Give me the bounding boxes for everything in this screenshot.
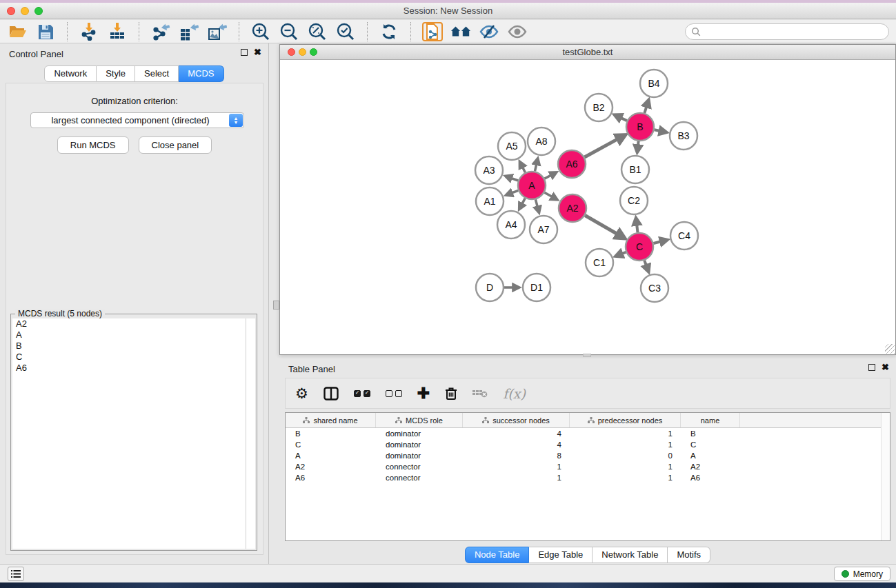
tab-node-table[interactable]: Node Table [465, 547, 530, 563]
tab-select[interactable]: Select [135, 65, 179, 82]
network-canvas[interactable]: AA1A2A3A4A5A6A7A8BB1B2B3B4CC1C2C3C4DD1 [280, 60, 895, 354]
import-table-icon[interactable] [107, 22, 128, 41]
graph-edge-A-A2[interactable] [544, 192, 556, 199]
column-header-mcds-role[interactable]: MCDS role [376, 413, 463, 427]
horizontal-splitter-handle[interactable] [583, 354, 591, 357]
network-close-button[interactable] [288, 48, 295, 56]
column-header-successor-nodes[interactable]: successor nodes [463, 413, 570, 427]
graph-edge-A-A7[interactable] [535, 199, 539, 212]
task-history-button[interactable] [8, 567, 24, 581]
graph-edge-C-C3[interactable] [644, 261, 648, 271]
graph-edge-A-A1[interactable] [507, 190, 518, 194]
hide-panel-eye-icon[interactable] [479, 22, 499, 41]
graph-edge-B-B4[interactable] [644, 101, 648, 113]
network-graph[interactable]: AA1A2A3A4A5A6A7A8BB1B2B3B4CC1C2C3C4DD1 [280, 60, 895, 354]
export-image-icon[interactable] [207, 22, 228, 41]
show-panel-eye-icon[interactable] [507, 22, 528, 41]
graph-edge-C-C2[interactable] [636, 219, 637, 232]
float-panel-icon[interactable] [241, 49, 248, 56]
close-panel-button[interactable]: Close panel [139, 136, 212, 154]
graph-node-A7[interactable]: A7 [530, 216, 557, 243]
graph-edge-B-B3[interactable] [655, 130, 666, 132]
column-header-predecessor-nodes[interactable]: predecessor nodes [570, 413, 681, 427]
column-header-name[interactable]: name [681, 413, 740, 427]
tab-mcds[interactable]: MCDS [179, 65, 223, 82]
clone-network-icon[interactable] [422, 22, 443, 41]
zoom-selected-icon[interactable] [335, 22, 356, 41]
graph-edge-A-A5[interactable] [520, 163, 525, 172]
close-panel-icon[interactable]: ✖ [254, 49, 261, 56]
graph-node-B1[interactable]: B1 [621, 156, 649, 183]
graph-node-B2[interactable]: B2 [585, 94, 613, 121]
graph-edge-C-C1[interactable] [617, 252, 626, 256]
graph-edge-B-B2[interactable] [615, 115, 627, 121]
graph-node-A2[interactable]: A2 [559, 194, 586, 222]
delete-column-icon[interactable] [445, 384, 457, 403]
table-row[interactable]: Cdominator41C [286, 439, 890, 450]
graph-node-A1[interactable]: A1 [476, 187, 504, 215]
resize-grip-icon[interactable] [885, 344, 895, 354]
add-column-icon[interactable]: ✚ [417, 384, 430, 403]
criterion-dropdown[interactable]: largest connected component (directed) ▲… [30, 112, 244, 128]
graph-node-D[interactable]: D [476, 274, 504, 301]
network-minimize-button[interactable] [299, 48, 306, 56]
graph-edge-C-C4[interactable] [653, 240, 666, 243]
vertical-scroll-thumb[interactable] [273, 301, 279, 310]
memory-button[interactable]: Memory [834, 567, 890, 581]
mcds-result-list[interactable]: A2ABCA6 [12, 318, 246, 549]
zoom-window-button[interactable] [34, 7, 43, 15]
tab-edge-table[interactable]: Edge Table [529, 547, 593, 563]
network-window-titlebar[interactable]: testGlobe.txt [280, 45, 895, 60]
result-item[interactable]: A [12, 330, 246, 341]
run-mcds-button[interactable]: Run MCDS [57, 136, 129, 154]
graph-node-A8[interactable]: A8 [528, 128, 555, 155]
open-session-icon[interactable] [7, 22, 28, 41]
graph-edge-A6-B[interactable] [584, 136, 624, 157]
graph-node-A5[interactable]: A5 [498, 132, 526, 160]
tab-motifs[interactable]: Motifs [668, 547, 710, 563]
zoom-out-icon[interactable] [279, 22, 299, 41]
table-row[interactable]: A6connector11A6 [286, 472, 890, 483]
table-scrollbar[interactable] [881, 413, 890, 540]
graph-node-C[interactable]: C [626, 233, 653, 261]
close-table-panel-icon[interactable]: ✖ [882, 364, 889, 371]
graph-node-B3[interactable]: B3 [670, 122, 697, 150]
tab-style[interactable]: Style [97, 65, 135, 82]
graph-edge-B-B1[interactable] [637, 141, 639, 151]
zoom-fit-icon[interactable] [307, 22, 328, 41]
graph-node-D1[interactable]: D1 [523, 274, 550, 301]
graph-node-C3[interactable]: C3 [641, 274, 668, 302]
table-row[interactable]: A2connector11A2 [286, 461, 890, 472]
tab-network[interactable]: Network [44, 65, 97, 82]
import-network-icon[interactable] [79, 22, 99, 41]
graph-node-A[interactable]: A [518, 172, 546, 199]
graph-node-B4[interactable]: B4 [640, 70, 668, 97]
table-settings-icon[interactable]: ⚙ [295, 384, 308, 403]
graph-node-A4[interactable]: A4 [497, 211, 525, 239]
search-input[interactable] [701, 27, 883, 37]
function-builder-icon[interactable]: f(x) [503, 384, 526, 403]
graph-node-C2[interactable]: C2 [620, 187, 648, 214]
graph-node-A6[interactable]: A6 [558, 150, 586, 178]
result-scrollbar[interactable] [246, 318, 255, 549]
graph-node-B[interactable]: B [626, 113, 654, 141]
graph-node-A3[interactable]: A3 [475, 156, 503, 184]
result-item[interactable]: A6 [12, 363, 246, 374]
export-table-icon[interactable] [179, 22, 199, 41]
column-header-shared-name[interactable]: shared name [286, 413, 376, 427]
graph-edge-A-A6[interactable] [545, 173, 556, 179]
save-session-icon[interactable] [35, 22, 56, 41]
table-row[interactable]: Adominator80A [286, 450, 890, 461]
tab-network-table[interactable]: Network Table [593, 547, 668, 563]
graph-edge-A-A4[interactable] [520, 199, 526, 209]
network-zoom-button[interactable] [310, 48, 317, 56]
result-item[interactable]: A2 [12, 318, 246, 330]
graph-edge-A-A3[interactable] [506, 176, 518, 181]
graph-node-C1[interactable]: C1 [586, 249, 613, 276]
graph-edge-A-A8[interactable] [535, 159, 537, 171]
deselect-all-icon[interactable] [386, 384, 402, 403]
graph-edge-A2-C[interactable] [585, 215, 623, 237]
close-window-button[interactable] [7, 7, 15, 15]
refresh-icon[interactable] [379, 22, 399, 41]
graph-node-C4[interactable]: C4 [670, 222, 698, 250]
